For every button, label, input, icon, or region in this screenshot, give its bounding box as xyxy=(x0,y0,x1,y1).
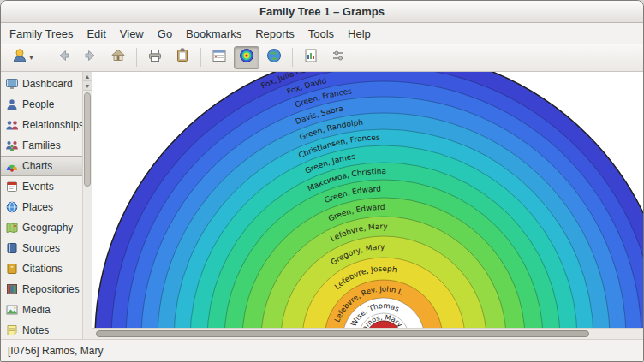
toolbar-separator xyxy=(200,48,201,67)
menu-item-help[interactable]: Help xyxy=(341,23,378,44)
sidebar-item-label: Citations xyxy=(22,263,63,275)
relationships-icon xyxy=(4,118,19,132)
sidebar-item-label: Sources xyxy=(22,242,60,254)
horizontal-scrollbar[interactable] xyxy=(92,328,643,339)
scroll-down-arrow-icon[interactable]: ▼ xyxy=(83,81,92,91)
toolbar: ▾ xyxy=(1,44,643,72)
sidebar-item-label: Families xyxy=(22,139,61,151)
fan-chart-view: Fox, Julia Colvil...Fox, DavidGreen, Fra… xyxy=(92,72,643,339)
toolbar-separator xyxy=(292,48,293,67)
sidebar-item-charts[interactable]: Charts xyxy=(1,156,82,176)
print-icon xyxy=(146,47,164,68)
sidebar-item-media[interactable]: Media xyxy=(1,300,82,320)
horizontal-scrollbar-thumb[interactable] xyxy=(96,330,589,337)
map-icon xyxy=(4,221,19,234)
sidebar-item-label: Places xyxy=(22,201,53,213)
sidebar-item-label: Events xyxy=(22,181,54,193)
gramps-menu-button[interactable]: ▾ xyxy=(5,46,39,69)
toolbar-separator xyxy=(45,48,45,67)
sidebar-item-places[interactable]: Places xyxy=(1,197,82,217)
sidebar-item-events[interactable]: Events xyxy=(1,176,82,197)
configure-button[interactable] xyxy=(325,46,351,69)
menu-item-reports[interactable]: Reports xyxy=(248,23,301,44)
sidebar-item-people[interactable]: People xyxy=(1,94,82,115)
sidebar-item-label: Media xyxy=(22,304,51,316)
sidebar-item-label: Charts xyxy=(22,160,52,172)
report-icon xyxy=(302,47,319,68)
navigator-sidebar: Dashboard People Relationships Families … xyxy=(1,72,83,339)
person-icon xyxy=(4,98,19,111)
menu-item-view[interactable]: View xyxy=(113,23,151,44)
dashboard-icon xyxy=(4,77,19,91)
citation-icon: ” xyxy=(4,262,19,276)
families-icon xyxy=(4,139,19,152)
sidebar-item-label: Notes xyxy=(22,324,49,336)
sidebar-vertical-scrollbar[interactable]: ▲ ▼ xyxy=(83,72,92,339)
sidebar-item-families[interactable]: Families xyxy=(1,135,82,156)
back-button[interactable] xyxy=(51,46,76,69)
toolbar-separator xyxy=(136,48,137,67)
home-icon xyxy=(110,47,127,68)
window-title: Family Tree 1 – Gramps xyxy=(259,5,385,18)
gramps-logo-icon xyxy=(11,47,28,68)
forward-button[interactable] xyxy=(78,46,104,69)
chevron-down-icon: ▾ xyxy=(29,53,33,62)
report-button[interactable] xyxy=(298,46,324,69)
bookshelf-icon xyxy=(4,282,19,296)
sidebar-item-notes[interactable]: Notes xyxy=(1,320,82,341)
sidebar-item-label: People xyxy=(22,98,54,110)
sliders-icon xyxy=(330,47,347,68)
calendar-icon xyxy=(4,180,19,193)
print-button[interactable] xyxy=(142,46,168,69)
active-person-status: [I0756] Ramos, Mary xyxy=(8,345,103,357)
geography-view-button[interactable] xyxy=(261,46,287,69)
clipboard-icon xyxy=(174,47,191,68)
menu-item-family-trees[interactable]: Family Trees xyxy=(3,23,80,44)
sidebar-item-repositories[interactable]: Repositories xyxy=(1,279,82,300)
list-view-icon xyxy=(211,47,228,68)
fan-chart-canvas[interactable]: Fox, Julia Colvil...Fox, DavidGreen, Fra… xyxy=(92,72,643,328)
sidebar-item-relationships[interactable]: Relationships xyxy=(1,115,82,135)
book-icon xyxy=(4,241,19,255)
charts-icon xyxy=(4,159,19,173)
menu-item-go[interactable]: Go xyxy=(151,23,179,44)
sidebar-item-label: Dashboard xyxy=(22,78,73,90)
svg-text:”: ” xyxy=(10,264,13,273)
menu-item-edit[interactable]: Edit xyxy=(80,23,112,44)
sidebar-item-label: Repositories xyxy=(22,283,80,295)
list-view-button[interactable] xyxy=(206,46,232,69)
fan-chart-icon xyxy=(238,47,255,68)
clipboard-button[interactable] xyxy=(170,46,195,69)
globe-icon xyxy=(265,47,283,68)
titlebar[interactable]: Family Tree 1 – Gramps xyxy=(1,1,643,23)
sidebar-item-label: Relationships xyxy=(22,119,82,131)
forward-icon xyxy=(82,47,99,68)
menubar: Family Trees Edit View Go Bookmarks Repo… xyxy=(1,23,643,44)
menu-item-tools[interactable]: Tools xyxy=(301,23,341,44)
statusbar: [I0756] Ramos, Mary xyxy=(1,339,643,361)
vertical-scrollbar-thumb[interactable] xyxy=(84,92,91,187)
sidebar-item-label: Geography xyxy=(22,222,73,234)
places-globe-icon xyxy=(4,200,19,214)
gramps-window: Family Tree 1 – Gramps Family Trees Edit… xyxy=(0,0,644,362)
home-button[interactable] xyxy=(105,46,131,69)
sidebar-item-citations[interactable]: ” Citations xyxy=(1,258,82,279)
sidebar-item-sources[interactable]: Sources xyxy=(1,238,82,258)
back-icon xyxy=(55,47,72,68)
sidebar-item-dashboard[interactable]: Dashboard xyxy=(1,74,82,94)
menu-item-bookmarks[interactable]: Bookmarks xyxy=(179,23,248,44)
sidebar-item-geography[interactable]: Geography xyxy=(1,217,82,238)
fan-chart-view-button[interactable] xyxy=(234,46,259,69)
photo-icon xyxy=(4,303,19,317)
scroll-up-arrow-icon[interactable]: ▲ xyxy=(83,72,92,81)
note-icon xyxy=(4,323,19,337)
main-body: Dashboard People Relationships Families … xyxy=(1,72,643,339)
